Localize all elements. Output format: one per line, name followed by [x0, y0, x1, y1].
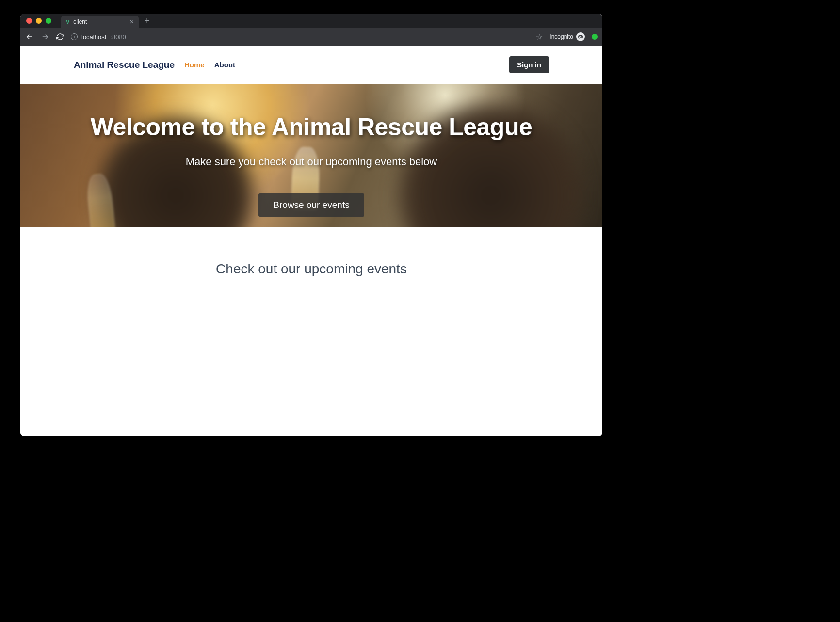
- address-bar: i localhost:8080 ☆ Incognito: [20, 28, 602, 46]
- incognito-indicator: Incognito: [549, 32, 585, 41]
- incognito-label: Incognito: [549, 33, 573, 40]
- vue-favicon-icon: V: [66, 19, 69, 25]
- sign-in-button[interactable]: Sign in: [509, 56, 549, 73]
- site-navbar: Animal Rescue League Home About Sign in: [20, 46, 602, 84]
- hero-section: Welcome to the Animal Rescue League Make…: [20, 84, 602, 227]
- events-heading: Check out our upcoming events: [20, 261, 602, 277]
- bookmark-icon[interactable]: ☆: [536, 32, 543, 42]
- nav-home[interactable]: Home: [184, 61, 205, 69]
- svg-point-1: [581, 36, 583, 38]
- brand-title[interactable]: Animal Rescue League: [74, 60, 175, 70]
- browser-tab[interactable]: V client ×: [61, 16, 139, 28]
- hero-title: Welcome to the Animal Rescue League: [91, 113, 533, 141]
- reload-button[interactable]: [56, 33, 64, 41]
- tab-strip: V client × +: [20, 14, 602, 28]
- url-field[interactable]: i localhost:8080: [71, 33, 126, 41]
- incognito-icon: [576, 32, 585, 41]
- glass-decoration: [85, 173, 115, 227]
- extension-indicator-icon[interactable]: [592, 34, 598, 40]
- browse-events-button[interactable]: Browse our events: [258, 193, 364, 217]
- maximize-window-button[interactable]: [46, 18, 51, 24]
- back-button[interactable]: [25, 32, 34, 41]
- minimize-window-button[interactable]: [36, 18, 42, 24]
- tab-title: client: [73, 18, 87, 25]
- browser-window: V client × + i localhost:8080 ☆ Incognit…: [20, 14, 602, 436]
- url-port: :8080: [110, 33, 126, 41]
- nav-about[interactable]: About: [214, 61, 235, 69]
- window-controls: [26, 18, 61, 24]
- close-window-button[interactable]: [26, 18, 32, 24]
- forward-button[interactable]: [41, 32, 49, 41]
- glass-decoration: [446, 171, 468, 218]
- hero-subtitle: Make sure you check out our upcoming eve…: [186, 156, 437, 168]
- svg-point-0: [578, 36, 580, 38]
- url-host: localhost: [81, 33, 106, 41]
- page-content: Animal Rescue League Home About Sign in …: [20, 46, 602, 436]
- site-info-icon[interactable]: i: [71, 33, 78, 40]
- new-tab-button[interactable]: +: [139, 16, 156, 25]
- close-tab-icon[interactable]: ×: [130, 18, 134, 25]
